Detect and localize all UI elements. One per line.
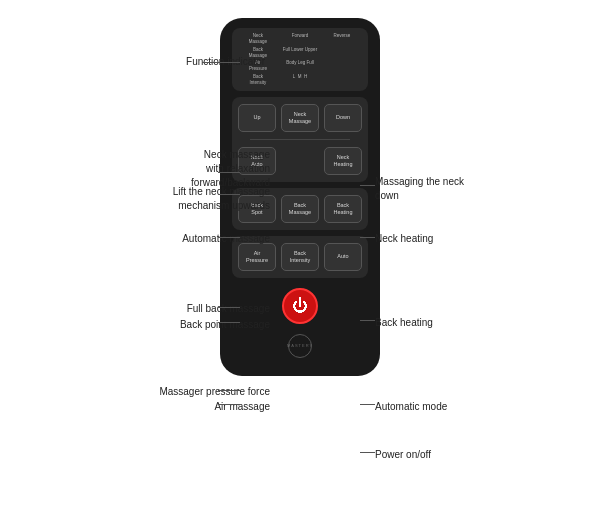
- brand-area: MASTERY: [288, 332, 312, 360]
- neck-massage-button[interactable]: NeckMassage: [281, 104, 319, 132]
- dp-neck-massage: NeckMassage: [238, 33, 278, 45]
- label-back-point-massage: Back point massage: [5, 318, 270, 331]
- label-power-on-off: Power on/off: [375, 448, 431, 461]
- back-heating-button[interactable]: BackHeating: [324, 195, 362, 223]
- dp-forward: Forward: [280, 33, 320, 45]
- auto-button[interactable]: Auto: [324, 243, 362, 271]
- dp-full-lower-upper: Full Lower Upper: [280, 47, 320, 59]
- line-auto-massage: [218, 237, 240, 238]
- back-massage-button[interactable]: BackMassage: [281, 195, 319, 223]
- line-back-point: [218, 322, 240, 323]
- label-automatic-mode: Automatic mode: [375, 400, 447, 413]
- label-neck-massage-relaxation: Neck massage with relaxation forward/bac…: [5, 148, 270, 190]
- line-air: [218, 404, 240, 405]
- label-lift-neck: Lift the neck massage mechanism upwards: [5, 185, 270, 213]
- row-bottom-buttons: AirPressure BackIntensity Auto: [238, 243, 362, 271]
- brand-text: MASTERY: [287, 343, 313, 348]
- neck-heating-button[interactable]: NeckHeating: [324, 147, 362, 175]
- line-power: [360, 452, 375, 453]
- line-neck-heat: [360, 237, 375, 238]
- divider-1: [250, 139, 349, 140]
- up-button[interactable]: Up: [238, 104, 276, 132]
- label-air-massage: Air massage: [5, 400, 270, 413]
- dp-body-leg-full: Body Leg Full: [280, 60, 320, 72]
- back-intensity-button[interactable]: BackIntensity: [281, 243, 319, 271]
- air-pressure-button[interactable]: AirPressure: [238, 243, 276, 271]
- line-auto-mode: [360, 404, 375, 405]
- power-button[interactable]: ⏻: [282, 288, 318, 324]
- dp-l-m-h: L M H: [280, 74, 320, 86]
- label-massager-pressure: Massager pressure force: [5, 385, 270, 398]
- label-neck-heating: Neck heating: [375, 232, 433, 245]
- dp-empty1: [322, 47, 362, 59]
- label-full-back-massage: Full back massage: [5, 302, 270, 315]
- line-full-back: [218, 307, 240, 308]
- power-section: ⏻: [282, 284, 318, 326]
- row-up-neck-down: Up NeckMassage Down: [238, 104, 362, 132]
- line-function-indicator: [202, 62, 240, 63]
- scene: NeckMassage Forward Reverse BackMassage …: [0, 0, 600, 519]
- dp-back-intensity: BackIntensity: [238, 74, 278, 86]
- label-back-heating: Back heating: [375, 316, 433, 329]
- line-back-heat: [360, 320, 375, 321]
- brand-logo: MASTERY: [288, 334, 312, 358]
- down-button[interactable]: Down: [324, 104, 362, 132]
- line-pressure: [218, 390, 240, 391]
- label-automatic-massage: Automatic massage: [5, 232, 270, 245]
- dp-reverse: Reverse: [322, 33, 362, 45]
- line-massaging-neck: [360, 185, 375, 186]
- line-neck-massage: [218, 172, 240, 173]
- dp-empty3: [322, 74, 362, 86]
- label-massaging-neck-down: Massaging the neck down: [375, 175, 464, 203]
- line-lift-neck: [218, 194, 240, 195]
- dp-empty2: [322, 60, 362, 72]
